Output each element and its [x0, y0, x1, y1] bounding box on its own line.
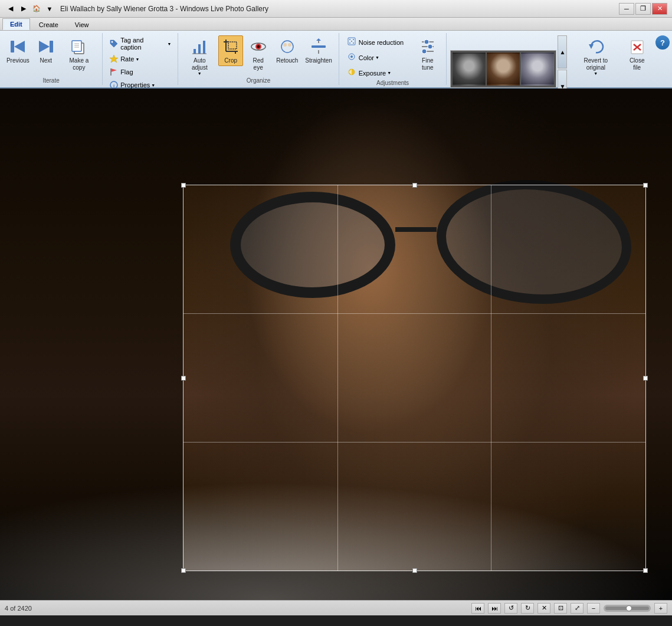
- exposure-label: Exposure: [359, 70, 386, 77]
- red-eye-button[interactable]: Red eye: [244, 35, 272, 73]
- status-rotate-cw-btn[interactable]: ↻: [521, 603, 534, 614]
- group-organize: Auto adjust ▼ Crop: [178, 33, 339, 85]
- status-prev-btn[interactable]: ⏭: [488, 603, 501, 614]
- svg-rect-5: [72, 41, 81, 51]
- effect-thumb-3[interactable]: [521, 53, 554, 86]
- grid-h2: [183, 442, 645, 443]
- svg-point-28: [288, 43, 291, 47]
- quick-access-toolbar: ◀ ▶ 🏠 ▼: [5, 3, 55, 15]
- properties-label: Properties: [120, 81, 150, 89]
- svg-point-45: [428, 44, 432, 49]
- zoom-in-btn[interactable]: +: [654, 603, 667, 614]
- organize-label: Organize: [247, 77, 271, 85]
- grid-v2: [491, 185, 491, 571]
- crop-overlay-right: [646, 185, 672, 571]
- close-file-button[interactable]: Close file: [622, 35, 652, 73]
- handle-tr[interactable]: [643, 183, 648, 188]
- iterate-label: Iterate: [42, 77, 59, 85]
- tab-view[interactable]: View: [67, 19, 97, 30]
- effect-thumb-1[interactable]: [453, 53, 486, 86]
- handle-mr[interactable]: [643, 376, 648, 381]
- status-rotate-ccw-btn[interactable]: ↺: [504, 603, 517, 614]
- ribbon-tabs: Edit Create View: [0, 18, 672, 31]
- tab-edit[interactable]: Edit: [2, 18, 30, 30]
- handle-bl[interactable]: [181, 568, 186, 573]
- svg-rect-16: [203, 41, 205, 54]
- svg-marker-32: [316, 38, 321, 41]
- tab-create[interactable]: Create: [31, 19, 66, 30]
- flag-label: Flag: [120, 68, 133, 76]
- red-eye-icon: [249, 37, 268, 56]
- svg-point-36: [353, 39, 354, 40]
- adjustments-label: Adjustments: [376, 80, 409, 87]
- svg-point-35: [351, 41, 352, 42]
- retouch-button[interactable]: Retouch: [273, 35, 301, 66]
- fine-tune-button[interactable]: Fine tune: [412, 35, 442, 73]
- qat-dropdown[interactable]: ▼: [44, 3, 55, 15]
- revert-button[interactable]: Revert to original ▼: [571, 35, 621, 77]
- crop-icon: [221, 37, 240, 56]
- next-label: Next: [40, 57, 52, 64]
- previous-label: Previous: [6, 57, 29, 64]
- handle-tl[interactable]: [181, 183, 186, 188]
- svg-point-26: [281, 41, 293, 53]
- previous-button[interactable]: Previous: [4, 35, 32, 66]
- handle-bm[interactable]: [412, 568, 417, 573]
- group-manage: Tag and caption ▼ Rate ▼: [103, 33, 178, 85]
- exposure-icon: [347, 67, 356, 78]
- straighten-button[interactable]: Straighten: [302, 35, 335, 66]
- next-button[interactable]: Next: [34, 35, 58, 66]
- noise-reduction-button[interactable]: Noise reduction: [343, 35, 408, 49]
- close-window-btn[interactable]: ✕: [652, 3, 667, 15]
- auto-adjust-icon: [190, 37, 209, 56]
- svg-point-9: [112, 41, 113, 43]
- auto-adjust-button[interactable]: Auto adjust ▼: [182, 35, 217, 77]
- zoom-thumb[interactable]: [626, 605, 632, 611]
- fine-tune-icon: [418, 37, 437, 56]
- star-icon: [109, 54, 119, 64]
- status-delete-btn[interactable]: ✕: [537, 603, 550, 614]
- forward-btn[interactable]: ▶: [18, 3, 29, 15]
- status-first-btn[interactable]: ⏮: [471, 603, 484, 614]
- color-button[interactable]: Color ▼: [343, 51, 408, 64]
- svg-rect-20: [228, 42, 237, 49]
- back-btn[interactable]: ◀: [5, 3, 17, 15]
- ribbon: Previous Next: [0, 31, 672, 89]
- svg-point-27: [283, 43, 287, 47]
- exposure-button[interactable]: Exposure ▼: [343, 66, 408, 80]
- tag-caption-button[interactable]: Tag and caption ▼: [106, 35, 174, 52]
- auto-adjust-label: Auto adjust: [185, 57, 214, 71]
- svg-point-40: [350, 55, 353, 58]
- retouch-label: Retouch: [276, 57, 298, 64]
- handle-tm[interactable]: [412, 183, 417, 188]
- svg-point-37: [349, 42, 350, 44]
- help-button[interactable]: ?: [655, 35, 670, 50]
- handle-ml[interactable]: [181, 376, 186, 381]
- crop-box[interactable]: [183, 185, 646, 571]
- window-controls: ─ ❐ ✕: [619, 3, 667, 15]
- zoom-slider[interactable]: [604, 605, 651, 612]
- group-iterate: Previous Next: [0, 33, 103, 85]
- grid-h1: [183, 313, 645, 314]
- status-fullscreen-btn[interactable]: ⤢: [571, 603, 584, 614]
- close-file-label: Close file: [625, 57, 649, 71]
- status-view-btn[interactable]: ⊡: [554, 603, 567, 614]
- zoom-out-btn[interactable]: −: [587, 603, 600, 614]
- noise-label: Noise reduction: [359, 39, 404, 46]
- effects-strip: [450, 50, 556, 88]
- restore-btn[interactable]: ❐: [635, 3, 651, 15]
- effect-thumb-2[interactable]: [487, 53, 520, 86]
- handle-br[interactable]: [643, 568, 648, 573]
- effects-scroll-up[interactable]: ▲: [558, 35, 567, 68]
- make-copy-button[interactable]: Make a copy: [60, 35, 99, 73]
- next-icon: [37, 37, 55, 56]
- rate-dropdown-arrow: ▼: [135, 57, 139, 61]
- color-label: Color: [359, 54, 374, 61]
- home-btn[interactable]: 🏠: [31, 3, 42, 15]
- svg-rect-2: [50, 41, 53, 53]
- crop-button[interactable]: Crop: [218, 35, 243, 66]
- crop-overlay-left: [0, 185, 183, 571]
- minimize-btn[interactable]: ─: [619, 3, 634, 15]
- rate-button[interactable]: Rate ▼: [106, 53, 174, 65]
- flag-button[interactable]: Flag: [106, 66, 174, 78]
